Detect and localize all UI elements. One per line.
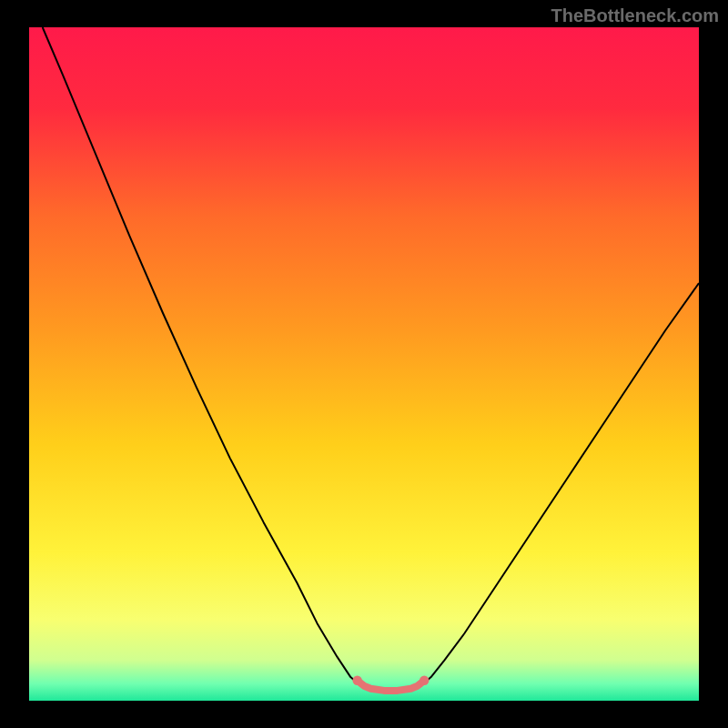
chart-container: TheBottleneck.com [0,0,728,728]
series-highlight-segment-dot [352,676,361,685]
plot-background [29,27,699,701]
bottleneck-chart [0,0,728,728]
series-highlight-segment-dot [420,676,429,685]
watermark-text: TheBottleneck.com [551,5,719,26]
